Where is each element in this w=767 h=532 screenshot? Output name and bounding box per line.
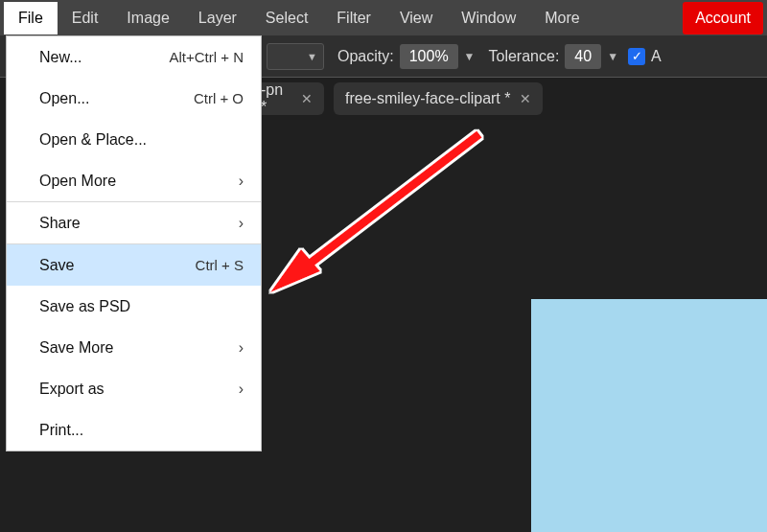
menu-item-export[interactable]: Export as › [7, 368, 261, 409]
menu-file[interactable]: File [4, 2, 58, 35]
menu-item-label: Share [39, 215, 81, 232]
menu-layer[interactable]: Layer [184, 2, 251, 35]
tool-dropdown[interactable]: ▼ [267, 43, 324, 70]
menu-item-open[interactable]: Open... Ctrl + O [7, 78, 261, 119]
menu-item-label: Open & Place... [39, 131, 147, 149]
menu-item-label: Save as PSD [39, 298, 130, 315]
antialias-label-partial: A [651, 48, 662, 65]
tab-label: free-smiley-face-clipart * [345, 90, 510, 107]
tab-label: -pn * [261, 81, 291, 116]
menu-bar: File Edit Image Layer Select Filter View… [0, 0, 767, 35]
opacity-dropdown-icon[interactable]: ▼ [464, 50, 476, 63]
menu-view[interactable]: View [385, 2, 447, 35]
tolerance-dropdown-icon[interactable]: ▼ [607, 50, 618, 63]
menu-window[interactable]: Window [447, 2, 530, 35]
menu-item-save-more[interactable]: Save More › [7, 327, 261, 368]
chevron-right-icon: › [239, 173, 244, 190]
shortcut-text: Ctrl + O [194, 90, 244, 106]
antialias-checkbox[interactable]: ✓ [628, 48, 645, 65]
menu-select[interactable]: Select [251, 2, 322, 35]
menu-item-share[interactable]: Share › [7, 202, 261, 243]
shortcut-text: Ctrl + S [196, 257, 244, 273]
menu-item-label: Open... [39, 90, 89, 107]
file-menu-dropdown: New... Alt+Ctrl + N Open... Ctrl + O Ope… [6, 35, 262, 451]
menu-item-open-more[interactable]: Open More › [7, 160, 261, 201]
menu-item-label: Export as [39, 381, 105, 398]
menu-item-label: Print... [39, 422, 83, 439]
menu-item-label: Save More [39, 339, 113, 357]
menu-more[interactable]: More [530, 2, 593, 35]
close-icon[interactable]: ✕ [520, 91, 531, 106]
menu-item-label: Open More [39, 173, 116, 190]
account-button[interactable]: Account [683, 2, 763, 35]
close-icon[interactable]: ✕ [301, 91, 313, 106]
tolerance-label: Tolerance: [489, 48, 560, 65]
chevron-right-icon: › [239, 381, 244, 398]
chevron-right-icon: › [239, 215, 244, 232]
menu-item-save[interactable]: Save Ctrl + S [7, 244, 261, 286]
chevron-right-icon: › [239, 339, 244, 357]
chevron-down-icon: ▼ [307, 51, 317, 62]
opacity-label: Opacity: [337, 48, 394, 65]
menu-item-label: Save [39, 257, 74, 274]
menu-filter[interactable]: Filter [322, 2, 385, 35]
menu-item-open-place[interactable]: Open & Place... [7, 119, 261, 160]
menu-item-new[interactable]: New... Alt+Ctrl + N [7, 36, 261, 78]
tolerance-value[interactable]: 40 [565, 44, 601, 69]
menu-image[interactable]: Image [112, 2, 183, 35]
document-tab-1[interactable]: free-smiley-face-clipart * ✕ [334, 82, 543, 115]
opacity-value[interactable]: 100% [400, 44, 458, 69]
menu-item-print[interactable]: Print... [7, 409, 261, 451]
menu-item-label: New... [39, 49, 81, 66]
shortcut-text: Alt+Ctrl + N [169, 49, 244, 65]
canvas[interactable] [531, 299, 767, 532]
menu-edit[interactable]: Edit [58, 2, 113, 35]
menu-item-save-psd[interactable]: Save as PSD [7, 286, 261, 327]
